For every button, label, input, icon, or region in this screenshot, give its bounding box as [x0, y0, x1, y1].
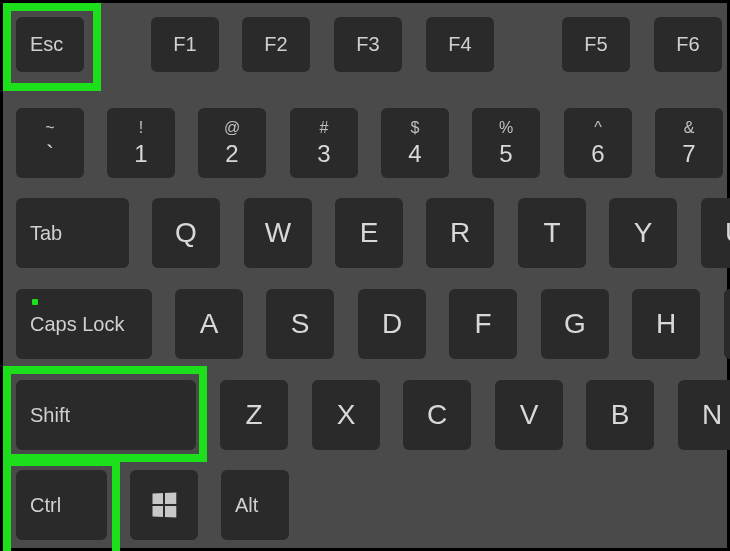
- key-5[interactable]: % 5: [472, 108, 540, 178]
- key-f1[interactable]: F1: [151, 17, 219, 72]
- key-label: E: [360, 217, 379, 249]
- key-e[interactable]: E: [335, 198, 403, 268]
- key-c[interactable]: C: [403, 380, 471, 450]
- key-label: F: [474, 308, 491, 340]
- key-upper: &: [684, 120, 695, 136]
- key-lower: 1: [134, 142, 147, 166]
- key-h[interactable]: H: [632, 289, 700, 359]
- key-s[interactable]: S: [266, 289, 334, 359]
- key-label: N: [702, 399, 722, 431]
- key-z[interactable]: Z: [220, 380, 288, 450]
- key-upper: !: [139, 120, 143, 136]
- key-label: Caps Lock: [30, 313, 125, 336]
- key-label: G: [564, 308, 586, 340]
- key-lower: 3: [317, 142, 330, 166]
- key-d[interactable]: D: [358, 289, 426, 359]
- key-label: U: [725, 217, 730, 249]
- key-r[interactable]: R: [426, 198, 494, 268]
- key-ctrl[interactable]: Ctrl: [16, 470, 107, 540]
- key-label: X: [337, 399, 356, 431]
- key-2[interactable]: @ 2: [198, 108, 266, 178]
- key-alt[interactable]: Alt: [221, 470, 289, 540]
- key-upper: #: [320, 120, 329, 136]
- key-lower: 2: [225, 142, 238, 166]
- key-f2[interactable]: F2: [242, 17, 310, 72]
- key-label: H: [656, 308, 676, 340]
- key-label: F2: [264, 33, 287, 56]
- key-v[interactable]: V: [495, 380, 563, 450]
- key-label: S: [291, 308, 310, 340]
- key-7[interactable]: & 7: [655, 108, 723, 178]
- key-label: Tab: [30, 222, 62, 245]
- key-upper: @: [224, 120, 240, 136]
- key-f5[interactable]: F5: [562, 17, 630, 72]
- key-x[interactable]: X: [312, 380, 380, 450]
- key-f[interactable]: F: [449, 289, 517, 359]
- key-g[interactable]: G: [541, 289, 609, 359]
- key-label: Esc: [30, 33, 63, 56]
- key-w[interactable]: W: [244, 198, 312, 268]
- key-upper: ~: [45, 120, 54, 136]
- key-upper: ^: [594, 120, 602, 136]
- key-label: Y: [634, 217, 653, 249]
- key-y[interactable]: Y: [609, 198, 677, 268]
- key-label: F3: [356, 33, 379, 56]
- key-3[interactable]: # 3: [290, 108, 358, 178]
- key-u[interactable]: U: [701, 198, 730, 268]
- key-label: F1: [173, 33, 196, 56]
- key-n[interactable]: N: [678, 380, 730, 450]
- key-label: Shift: [30, 404, 70, 427]
- key-shift[interactable]: Shift: [16, 380, 196, 450]
- key-f3[interactable]: F3: [334, 17, 402, 72]
- key-f6[interactable]: F6: [654, 17, 722, 72]
- key-tilde[interactable]: ~ `: [16, 108, 84, 178]
- key-lower: `: [46, 142, 54, 166]
- key-label: Alt: [235, 494, 258, 517]
- on-screen-keyboard: Esc F1 F2 F3 F4 F5 F6 ~ ` ! 1 @ 2 # 3 $ …: [3, 3, 727, 548]
- key-label: Z: [245, 399, 262, 431]
- key-1[interactable]: ! 1: [107, 108, 175, 178]
- key-upper: $: [411, 120, 420, 136]
- key-label: D: [382, 308, 402, 340]
- key-label: Q: [175, 217, 197, 249]
- key-label: B: [611, 399, 630, 431]
- key-4[interactable]: $ 4: [381, 108, 449, 178]
- key-lower: 6: [591, 142, 604, 166]
- key-label: T: [543, 217, 560, 249]
- key-label: R: [450, 217, 470, 249]
- caps-lock-led-icon: [32, 299, 38, 305]
- key-label: C: [427, 399, 447, 431]
- key-label: Ctrl: [30, 494, 61, 517]
- key-label: F6: [676, 33, 699, 56]
- key-q[interactable]: Q: [152, 198, 220, 268]
- key-6[interactable]: ^ 6: [564, 108, 632, 178]
- key-label: F5: [584, 33, 607, 56]
- key-label: V: [520, 399, 539, 431]
- key-upper: %: [499, 120, 513, 136]
- key-a[interactable]: A: [175, 289, 243, 359]
- key-lower: 4: [408, 142, 421, 166]
- key-t[interactable]: T: [518, 198, 586, 268]
- key-windows[interactable]: [130, 470, 198, 540]
- key-label: F4: [448, 33, 471, 56]
- key-esc[interactable]: Esc: [16, 17, 84, 72]
- key-tab[interactable]: Tab: [16, 198, 129, 268]
- key-f4[interactable]: F4: [426, 17, 494, 72]
- key-j[interactable]: J: [724, 289, 730, 359]
- key-caps-lock[interactable]: Caps Lock: [16, 289, 152, 359]
- key-label: W: [265, 217, 291, 249]
- key-label: A: [200, 308, 219, 340]
- windows-icon: [153, 493, 177, 518]
- key-lower: 5: [499, 142, 512, 166]
- key-lower: 7: [682, 142, 695, 166]
- key-b[interactable]: B: [586, 380, 654, 450]
